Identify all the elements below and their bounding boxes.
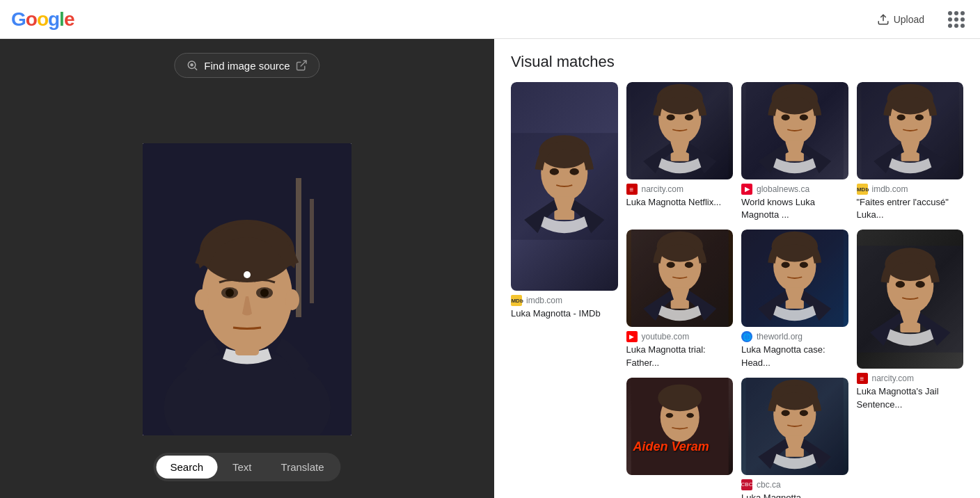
- result-source: ≡ narcity.com: [857, 373, 964, 384]
- main-content: Find image source: [0, 39, 980, 498]
- source-domain: youtube.com: [642, 332, 690, 342]
- find-image-source-button[interactable]: Find image source: [174, 53, 319, 78]
- svg-point-14: [226, 289, 234, 297]
- svg-point-27: [666, 114, 674, 120]
- card-person-svg: [511, 82, 618, 291]
- card-image: [741, 82, 848, 179]
- tab-translate[interactable]: Translate: [267, 456, 338, 479]
- result-card[interactable]: Aiden Veram: [626, 378, 734, 498]
- svg-point-68: [782, 410, 790, 416]
- svg-point-15: [260, 289, 269, 297]
- svg-point-52: [800, 262, 808, 268]
- upload-icon: [877, 13, 890, 26]
- card-image: [511, 82, 618, 291]
- svg-point-21: [550, 168, 559, 175]
- visual-matches-grid: IMDb imdb.com Luka Magnotta - IMDb: [511, 82, 963, 498]
- header-actions: Upload: [869, 7, 969, 32]
- left-panel: Find image source: [0, 39, 494, 498]
- result-source: CBC cbc.ca: [741, 479, 848, 490]
- result-card[interactable]: ▶ youtube.com Luka Magnotta trial: Fathe…: [626, 230, 734, 369]
- card-image: [741, 230, 848, 327]
- result-card[interactable]: IMDb imdb.com "Faites entrer l'accusé" L…: [857, 82, 964, 221]
- svg-rect-29: [670, 140, 688, 161]
- focus-indicator: [244, 271, 251, 278]
- google-logo[interactable]: Google: [11, 8, 74, 31]
- result-title: Luka Magnotta Netflix...: [626, 196, 734, 209]
- source-domain: imdb.com: [872, 184, 908, 194]
- cbc-icon: CBC: [741, 479, 752, 490]
- svg-line-2: [195, 67, 197, 70]
- tab-search[interactable]: Search: [156, 456, 217, 479]
- svg-rect-53: [786, 288, 804, 310]
- svg-point-40: [915, 114, 923, 120]
- svg-point-58: [915, 281, 924, 288]
- svg-rect-35: [786, 140, 804, 161]
- result-title: Luka Magnotta: [741, 492, 848, 498]
- card-image: [626, 82, 734, 179]
- source-domain: narcity.com: [642, 184, 683, 194]
- apps-button[interactable]: [944, 7, 969, 32]
- globe-icon: 🌐: [741, 331, 752, 342]
- result-title: Luka Magnotta case: Head...: [741, 344, 848, 369]
- imdb-icon: IMDb: [511, 295, 522, 306]
- result-card[interactable]: IMDb imdb.com Luka Magnotta - IMDb: [511, 82, 618, 369]
- svg-point-64: [686, 413, 694, 418]
- imdb-icon: IMDb: [857, 184, 868, 195]
- youtube-icon: ▶: [626, 331, 638, 342]
- result-source: IMDb imdb.com: [511, 295, 618, 306]
- card-person-svg: [857, 230, 964, 369]
- card-image: Aiden Veram: [626, 378, 734, 475]
- tab-text[interactable]: Text: [219, 456, 266, 479]
- svg-point-34: [800, 114, 808, 120]
- external-link-icon: [296, 59, 308, 72]
- right-panel: Visual matches: [494, 39, 980, 498]
- source-domain: cbc.ca: [757, 480, 781, 490]
- result-source: 🌐 theworld.org: [741, 331, 848, 342]
- result-card[interactable]: ≡ narcity.com Luka Magnotta Netflix...: [626, 82, 734, 221]
- result-card[interactable]: ≡ narcity.com Luka Magnotta's Jail Sente…: [857, 230, 964, 498]
- card-person-svg: [626, 378, 734, 475]
- image-container: [143, 143, 351, 435]
- bottom-tabs: Search Text Translate: [153, 453, 340, 481]
- results-grid: IMDb imdb.com Luka Magnotta - IMDb: [511, 82, 963, 498]
- svg-point-45: [666, 262, 674, 268]
- svg-point-51: [782, 262, 790, 268]
- card-person-svg: [626, 230, 734, 327]
- card-person-svg: [626, 82, 734, 179]
- globalnews-icon: ▶: [741, 184, 752, 195]
- card-person-svg: [857, 82, 964, 179]
- svg-rect-59: [900, 310, 920, 333]
- svg-point-16: [195, 289, 209, 310]
- visual-matches-title: Visual matches: [511, 53, 963, 71]
- upload-button[interactable]: Upload: [869, 9, 933, 30]
- source-domain: narcity.com: [872, 374, 914, 383]
- result-card[interactable]: 🌐 theworld.org Luka Magnotta case: Head.…: [741, 230, 848, 369]
- result-title: Luka Magnotta's Jail Sentence...: [857, 385, 964, 410]
- result-source: ▶ youtube.com: [626, 331, 734, 342]
- card-image: [626, 230, 734, 327]
- apps-grid-icon: [948, 11, 965, 28]
- svg-point-28: [684, 114, 693, 120]
- result-card[interactable]: CBC cbc.ca Luka Magnotta: [741, 378, 848, 498]
- narcity-icon: ≡: [857, 373, 868, 384]
- svg-line-4: [301, 61, 306, 66]
- svg-rect-7: [310, 199, 314, 303]
- card-person-svg: [741, 378, 848, 475]
- card-person-svg: [741, 82, 848, 179]
- uploaded-image: [143, 143, 351, 435]
- svg-point-3: [190, 63, 193, 67]
- lens-icon: [186, 59, 198, 72]
- result-title: Luka Magnotta trial: Father...: [626, 344, 734, 369]
- result-title: "Faites entrer l'accusé" Luka...: [857, 196, 964, 221]
- svg-point-46: [684, 262, 693, 268]
- svg-point-22: [569, 168, 578, 175]
- person-image-bg: [143, 143, 351, 435]
- narcity-icon: ≡: [626, 184, 638, 195]
- card-image: [857, 230, 964, 369]
- svg-point-33: [782, 114, 790, 120]
- source-domain: theworld.org: [757, 332, 803, 342]
- svg-rect-41: [901, 140, 919, 161]
- svg-point-63: [665, 413, 673, 418]
- overlay-text: Aiden Veram: [633, 440, 709, 454]
- result-card[interactable]: ▶ globalnews.ca World knows Luka Magnott…: [741, 82, 848, 221]
